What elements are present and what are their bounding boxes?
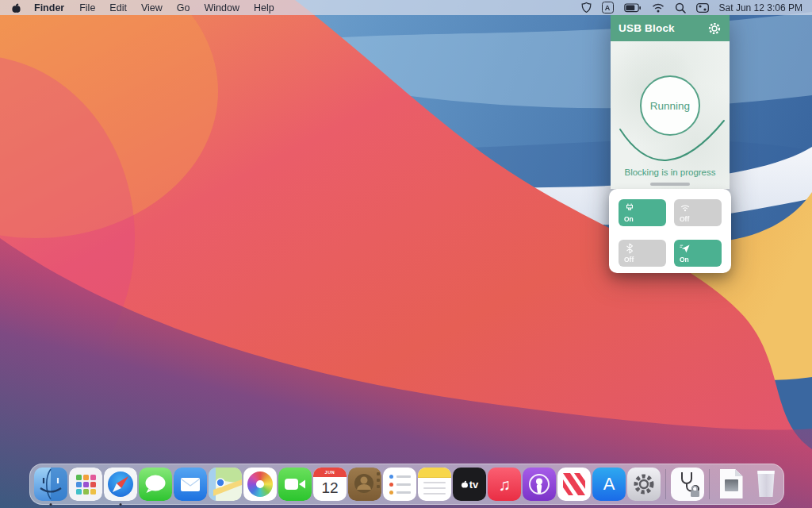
usb-block-title: USB Block [619, 22, 675, 34]
dock-item-facetime[interactable] [278, 468, 312, 501]
dock-item-apple-tv[interactable]: tv [453, 468, 486, 501]
dock-item-messages[interactable] [139, 468, 172, 501]
dock-item-document[interactable] [714, 468, 748, 501]
dock-item-app-store[interactable]: A [592, 468, 626, 501]
apple-menu[interactable] [10, 2, 26, 13]
usb-toggle[interactable]: On [619, 199, 666, 226]
dock-item-reminders[interactable] [383, 468, 416, 501]
launchpad-icon [69, 468, 102, 501]
usb-block-panel: USB Block Running Blocking is in progres… [611, 15, 730, 273]
dock-item-launchpad[interactable] [69, 468, 102, 501]
wifi-toggle[interactable]: Off [674, 199, 722, 226]
notes-icon [418, 468, 451, 501]
usb-toggle-state: On [624, 215, 634, 223]
network-toggle-state: On [680, 256, 689, 264]
menu-item-go[interactable]: Go [170, 2, 197, 13]
dock-item-calendar[interactable]: JUN 12 [313, 468, 347, 501]
blocking-status-message: Blocking is in progress [611, 167, 730, 177]
spotlight-icon[interactable] [675, 2, 686, 13]
dock-item-finder[interactable] [34, 468, 67, 501]
input-source-icon[interactable]: A [602, 2, 614, 13]
gear-icon[interactable] [707, 21, 722, 36]
safari-icon [104, 468, 137, 501]
dock-divider [709, 469, 710, 499]
menu-item-edit[interactable]: Edit [102, 2, 134, 13]
dock-item-trash[interactable] [749, 468, 783, 501]
menu-item-window[interactable]: Window [197, 2, 246, 13]
dock-item-music[interactable]: ♫ [488, 468, 521, 501]
bluetooth-toggle-state: Off [624, 256, 634, 264]
document-icon [720, 469, 743, 498]
app-store-icon: A [592, 468, 626, 501]
reminders-icon [383, 468, 416, 501]
dock-item-usb-block-app[interactable] [671, 468, 704, 501]
usb-block-body: Running Blocking is in progress [611, 41, 730, 189]
usb-block-app-icon [671, 468, 704, 501]
shield-icon[interactable] [581, 2, 592, 13]
network-toggle[interactable]: On [674, 240, 722, 267]
menu-item-help[interactable]: Help [247, 2, 282, 13]
bluetooth-icon [624, 243, 635, 254]
dock-divider [665, 469, 666, 499]
dock-item-news[interactable] [557, 468, 591, 501]
mail-icon [174, 468, 207, 501]
system-preferences-icon [627, 468, 661, 501]
music-icon: ♫ [488, 468, 521, 501]
network-plane-icon [680, 243, 691, 254]
apple-tv-label: tv [469, 479, 479, 491]
menu-item-view[interactable]: View [134, 2, 170, 13]
bluetooth-toggle[interactable]: Off [619, 240, 666, 267]
dock-item-podcasts[interactable] [523, 468, 556, 501]
music-note-icon: ♫ [498, 476, 511, 493]
contacts-icon [348, 468, 381, 501]
menu-bar-clock[interactable]: Sat Jun 12 3:06 PM [719, 2, 802, 13]
maps-icon [209, 468, 242, 501]
wifi-block-icon [680, 202, 691, 214]
dock-item-maps[interactable] [209, 468, 242, 501]
running-status-label: Running [650, 100, 690, 112]
finder-icon [34, 468, 67, 501]
control-center-icon[interactable] [696, 3, 709, 13]
battery-icon[interactable] [624, 3, 642, 13]
dock: JUN 12 [29, 464, 784, 505]
dock-item-contacts[interactable] [348, 468, 381, 501]
dock-item-system-preferences[interactable] [627, 468, 661, 501]
news-icon [557, 468, 591, 501]
facetime-icon [278, 468, 312, 501]
toggle-card: On Off Off On [609, 189, 731, 273]
dock-item-notes[interactable] [418, 468, 451, 501]
podcasts-icon [523, 468, 556, 501]
menu-bar-status-area: A [581, 2, 812, 13]
usb-block-header: USB Block [611, 15, 730, 41]
wifi-icon[interactable] [652, 3, 665, 13]
usb-icon [624, 202, 635, 214]
menu-bar: Finder File Edit View Go Window Help A [0, 0, 812, 15]
calendar-month: JUN [313, 468, 347, 477]
progress-track [650, 183, 690, 186]
trash-icon [756, 471, 776, 497]
menu-bar-left: Finder File Edit View Go Window Help [0, 2, 282, 13]
calendar-day: 12 [313, 477, 347, 499]
dock-item-mail[interactable] [174, 468, 207, 501]
app-store-letter: A [603, 474, 615, 495]
photos-icon [243, 468, 277, 501]
apple-tv-icon: tv [453, 468, 486, 501]
dock-item-safari[interactable] [104, 468, 137, 501]
apple-icon [11, 2, 21, 13]
wifi-toggle-state: Off [680, 215, 689, 223]
messages-icon [139, 468, 172, 501]
calendar-icon: JUN 12 [313, 468, 347, 501]
dock-item-photos[interactable] [243, 468, 277, 501]
menu-item-file[interactable]: File [72, 2, 102, 13]
menu-item-finder[interactable]: Finder [26, 2, 72, 13]
running-status-button[interactable]: Running [640, 75, 700, 136]
